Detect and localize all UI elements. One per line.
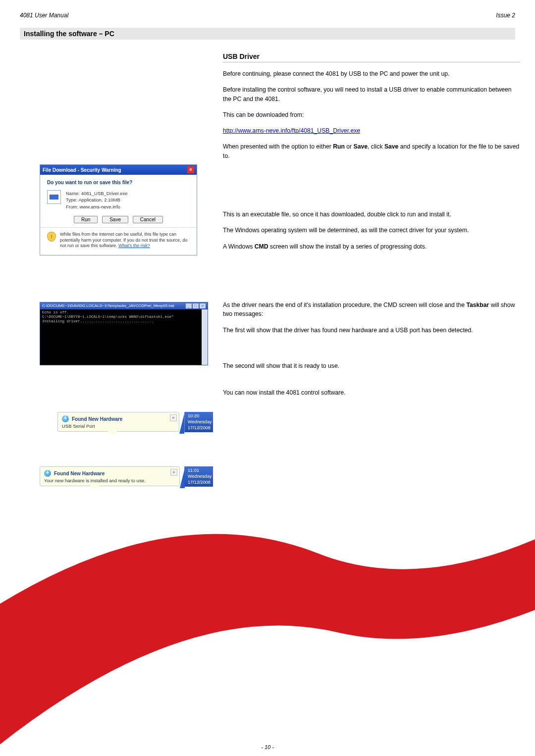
para-download-from: This can be downloaded from: (223, 110, 520, 119)
issue-number: Issue 2 (496, 12, 515, 19)
close-icon[interactable]: × (200, 303, 206, 308)
cmd-output: Echo is off. C:\DOCUME~1\DBYY0~1.LOCALS~… (40, 309, 208, 325)
para-first-message: The first will show that the driver has … (223, 326, 520, 335)
para-intro-1: Before continuing, please connect the 40… (223, 69, 520, 78)
scrollbar[interactable] (202, 309, 208, 365)
security-warning-text: While files from the Internet can be use… (60, 232, 190, 249)
system-clock-2: 11:01 Wednesday 17/12/2008 (184, 466, 213, 487)
toast-subtitle: Your new hardware is installed and ready… (44, 478, 175, 483)
file-icon (47, 190, 61, 204)
page-header: 4081 User Manual Issue 2 (20, 12, 515, 19)
whats-the-risk-link[interactable]: What's the risk? (118, 243, 150, 248)
para-second-message: The second will show that it is ready to… (223, 361, 520, 370)
close-icon[interactable]: × (170, 414, 177, 421)
dialog-title: File Download - Security Warning (43, 167, 121, 173)
cmd-title: C:\DOCUME~1\DAVIDG.LOCALS~1\Temp\scks_JA… (42, 303, 174, 308)
cmd-window: C:\DOCUME~1\DAVIDG.LOCALS~1\Temp\scks_JA… (40, 302, 208, 365)
para-cmd: A Windows CMD screen will show the insta… (223, 242, 520, 251)
toast-title: Found New Hardware (54, 471, 105, 476)
page-number: - 10 - (0, 744, 535, 750)
tray-divider (179, 412, 184, 434)
para-taskbar: As the driver nears the end of it's inst… (223, 301, 520, 319)
toast-title: Found New Hardware (72, 416, 122, 422)
para-run-save: When presented with the option to either… (223, 142, 520, 160)
found-hardware-toast-1: Found New Hardware USB Serial Port × (57, 412, 179, 432)
section-title: Installing the software – PC (20, 28, 515, 40)
save-button[interactable]: Save (102, 216, 128, 223)
usb-icon (62, 415, 69, 422)
toast-subtitle: USB Serial Port (62, 423, 175, 429)
subheading-usb-driver: USB Driver (223, 52, 520, 62)
minimize-icon[interactable]: _ (186, 303, 192, 308)
file-download-dialog: File Download - Security Warning × Do yo… (40, 164, 197, 255)
shield-icon: ! (47, 232, 56, 242)
close-icon[interactable]: × (187, 166, 194, 173)
para-executable: This is an executable file, so once it h… (223, 210, 520, 219)
para-intro-2: Before installing the control software, … (223, 85, 520, 103)
system-clock-1: 10:20 Wednesday 17/12/2008 (184, 412, 213, 432)
dialog-question: Do you want to run or save this file? (47, 180, 190, 185)
run-button[interactable]: Run (74, 216, 98, 223)
manual-title: 4081 User Manual (20, 12, 68, 19)
maximize-icon[interactable]: □ (193, 303, 199, 308)
usb-icon (44, 470, 51, 477)
para-os-determined: The Windows operating system will be det… (223, 226, 520, 235)
cancel-button[interactable]: Cancel (133, 216, 163, 223)
close-icon[interactable]: × (170, 469, 177, 476)
para-install-software: You can now install the 4081 control sof… (223, 388, 520, 397)
background-swoosh (0, 409, 535, 756)
driver-download-link[interactable]: http://www.ams-neve.info/ftp/4081_USB_Dr… (223, 127, 360, 134)
tray-divider (180, 466, 184, 488)
file-info: Name: 4081_USB_Driver.exe Type: Applicat… (66, 190, 128, 210)
found-hardware-toast-2: Found New Hardware Your new hardware is … (40, 466, 180, 486)
